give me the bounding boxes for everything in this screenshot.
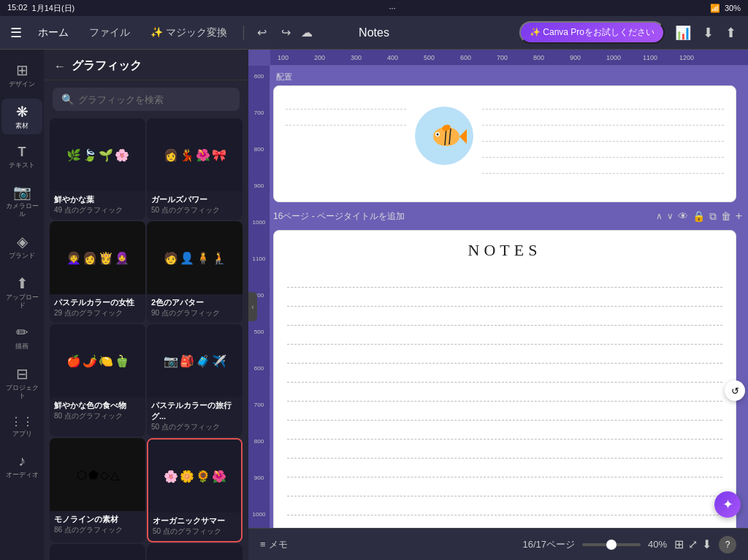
- grid-item-name-item2: ガールズパワー: [151, 194, 238, 205]
- sidebar-item-apps[interactable]: ⋮⋮ アプリ: [1, 410, 42, 442]
- chevron-up-icon[interactable]: ∧: [656, 211, 663, 221]
- sidebar-label-upload: アップロード: [4, 294, 39, 310]
- refresh-button[interactable]: ↺: [725, 380, 745, 401]
- grid-item-image-item4: 🧑👤🧍🧎: [147, 221, 243, 294]
- status-bar: 15:02 1月14日(日) ··· 📶 30%: [0, 0, 748, 16]
- lock-icon[interactable]: 🔒: [692, 210, 705, 222]
- battery-display: 30%: [725, 4, 741, 12]
- zoom-handle[interactable]: [606, 540, 617, 550]
- hamburger-button[interactable]: ☰: [7, 22, 25, 44]
- grid-item-item10[interactable]: 🌿🍀🌱🍃ビビッドな葉50 点のグラフィック: [147, 544, 243, 560]
- grid-item-item5[interactable]: 🍎🌶️🍋🫑鮮やかな色の食べ物80 点のグラフィック: [50, 324, 145, 437]
- sidebar-item-elements[interactable]: ❋ 素材: [1, 99, 42, 134]
- main-toolbar: ☰ ホーム ファイル ✨ マジック変換 ↩ ↪ ☁ Notes ✨ Canva …: [0, 16, 748, 50]
- graphics-panel: ← グラフィック 🔍 🌿🍃🌱🌸鮮やかな葉49 点のグラフィック👩💃🌺🎀ガールズパ…: [44, 50, 248, 560]
- chevron-down-icon[interactable]: ∨: [667, 211, 673, 221]
- sidebar-item-projects[interactable]: ⊟ プロジェクト: [1, 361, 42, 404]
- sidebar-item-brand[interactable]: ◈ ブランド: [1, 229, 42, 264]
- sidebar-item-draw[interactable]: ✏ 描画: [1, 319, 42, 355]
- copy-icon[interactable]: ⧉: [709, 210, 717, 223]
- grid-item-image-item10: 🌿🍀🌱🍃: [147, 544, 243, 560]
- grid-item-item4[interactable]: 🧑👤🧍🧎2色のアバター90 点のグラフィック: [147, 221, 243, 323]
- grid-item-name-item7: モノラインの素材: [54, 514, 141, 525]
- analytics-icon[interactable]: 📊: [671, 22, 695, 44]
- panel-back-button[interactable]: ←: [54, 60, 66, 73]
- panel-collapse-handle[interactable]: ‹: [248, 292, 257, 321]
- cloud-button[interactable]: ☁: [301, 26, 313, 39]
- time-display: 15:02: [7, 3, 28, 14]
- memo-button[interactable]: ≡ メモ: [260, 538, 288, 551]
- grid-item-count-item7: 86 点のグラフィック: [54, 525, 141, 535]
- elements-icon: ❋: [16, 103, 28, 120]
- ruler-top: 100 200 300 400 500 600 700 800 900 1000…: [270, 50, 748, 66]
- graphics-grid: 🌿🍃🌱🌸鮮やかな葉49 点のグラフィック👩💃🌺🎀ガールズパワー50 点のグラフィ…: [44, 118, 248, 560]
- grid-item-image-item6: 📷🎒🧳✈️: [147, 324, 243, 397]
- grid-item-name-item5: 鮮やかな色の食べ物: [54, 400, 141, 411]
- panel-title: グラフィック: [72, 58, 142, 74]
- grid-item-item3[interactable]: 👩‍🦱👩👸🧕パステルカラーの女性29 点のグラフィック: [50, 221, 145, 323]
- status-dots: ···: [389, 4, 396, 12]
- grid-item-item9[interactable]: 🦋🐛🌟🎯ハイコントラストのオブ...86 点のグラフィック: [50, 544, 145, 560]
- page-card-16[interactable]: NOTES: [273, 230, 736, 528]
- search-input[interactable]: [78, 94, 231, 105]
- sidebar-label-elements: 素材: [15, 122, 28, 130]
- trash-icon[interactable]: 🗑: [721, 210, 731, 222]
- tab-file[interactable]: ファイル: [82, 23, 137, 42]
- apps-icon: ⋮⋮: [10, 415, 34, 429]
- zoom-slider-area: [582, 543, 641, 546]
- grid-item-item8[interactable]: 🌸🌼🌻🌺オーガニックサマー50 点のグラフィック: [147, 438, 243, 542]
- undo-button[interactable]: ↩: [253, 23, 271, 42]
- redo-button[interactable]: ↪: [277, 23, 295, 42]
- ai-fab-button[interactable]: ✦: [714, 491, 741, 518]
- tab-home[interactable]: ホーム: [31, 23, 76, 42]
- sidebar-item-upload[interactable]: ⬆ アップロード: [1, 270, 42, 314]
- sidebar-label-apps: アプリ: [12, 430, 32, 438]
- canva-pro-button[interactable]: ✨ Canva Proをお試しください: [519, 21, 665, 44]
- svg-point-6: [437, 134, 439, 136]
- download-bottom-button[interactable]: ⬇: [702, 537, 711, 551]
- page-indicator: 16/17ページ: [522, 538, 575, 551]
- page-16-label: 16ページ - ページタイトルを追加: [273, 210, 405, 223]
- grid-item-item1[interactable]: 🌿🍃🌱🌸鮮やかな葉49 点のグラフィック: [50, 118, 145, 220]
- document-title: Notes: [359, 26, 389, 39]
- grid-item-image-item3: 👩‍🦱👩👸🧕: [50, 221, 145, 294]
- sidebar-item-design[interactable]: ⊞ デザイン: [1, 57, 42, 93]
- zoom-percentage: 40%: [648, 539, 667, 550]
- share-icon[interactable]: ⬆: [721, 22, 741, 44]
- panel-search-box[interactable]: 🔍: [53, 88, 240, 111]
- ruler-numbers: 100 200 300 400 500 600 700 800 900 1000…: [270, 50, 716, 65]
- grid-item-item7[interactable]: ⬡⬟◇△モノラインの素材86 点のグラフィック: [50, 438, 145, 542]
- sidebar-item-camera[interactable]: 📷 カメラロール: [1, 179, 42, 223]
- projects-icon: ⊟: [16, 365, 28, 383]
- grid-item-name-item8: オーガニックサマー: [153, 515, 237, 526]
- toolbar-action-icons: 📊 ⬇ ⬆: [671, 22, 741, 44]
- notes-page-title: NOTES: [287, 241, 722, 260]
- add-icon[interactable]: +: [736, 210, 742, 223]
- help-button[interactable]: ?: [719, 536, 736, 553]
- design-icon: ⊞: [16, 61, 28, 79]
- sidebar-item-text[interactable]: T テキスト: [1, 140, 42, 174]
- grid-item-item2[interactable]: 👩💃🌺🎀ガールズパワー50 点のグラフィック: [147, 118, 243, 220]
- grid-item-count-item4: 90 点のグラフィック: [151, 308, 238, 318]
- grid-item-image-item2: 👩💃🌺🎀: [147, 118, 243, 191]
- grid-view-button[interactable]: ⊞: [674, 537, 684, 551]
- tab-magic[interactable]: ✨ マジック変換: [143, 23, 234, 42]
- memo-label: メモ: [269, 538, 288, 551]
- eye-icon[interactable]: 👁: [678, 210, 688, 222]
- grid-item-item6[interactable]: 📷🎒🧳✈️パステルカラーの旅行グ...50 点のグラフィック: [147, 324, 243, 437]
- grid-item-name-item4: 2色のアバター: [151, 297, 238, 308]
- canvas-scroll[interactable]: 配置: [270, 66, 748, 528]
- sidebar-label-projects: プロジェクト: [4, 384, 39, 400]
- grid-item-count-item5: 80 点のグラフィック: [54, 411, 141, 421]
- sidebar-item-audio[interactable]: ♪ オーディオ: [1, 448, 42, 483]
- status-left: 15:02 1月14日(日): [7, 3, 75, 14]
- text-icon: T: [18, 145, 26, 160]
- page-card-15[interactable]: [273, 85, 736, 202]
- status-right: 📶 30%: [710, 4, 741, 13]
- bottom-toolbar: ≡ メモ 16/17ページ 40% ⊞ ⤢ ⬇ ?: [248, 528, 748, 560]
- camera-icon: 📷: [13, 183, 31, 201]
- grid-item-name-item6: パステルカラーの旅行グ...: [151, 400, 238, 422]
- download-icon[interactable]: ⬇: [698, 22, 718, 44]
- fullscreen-button[interactable]: ⤢: [688, 537, 698, 551]
- zoom-slider[interactable]: [582, 543, 641, 546]
